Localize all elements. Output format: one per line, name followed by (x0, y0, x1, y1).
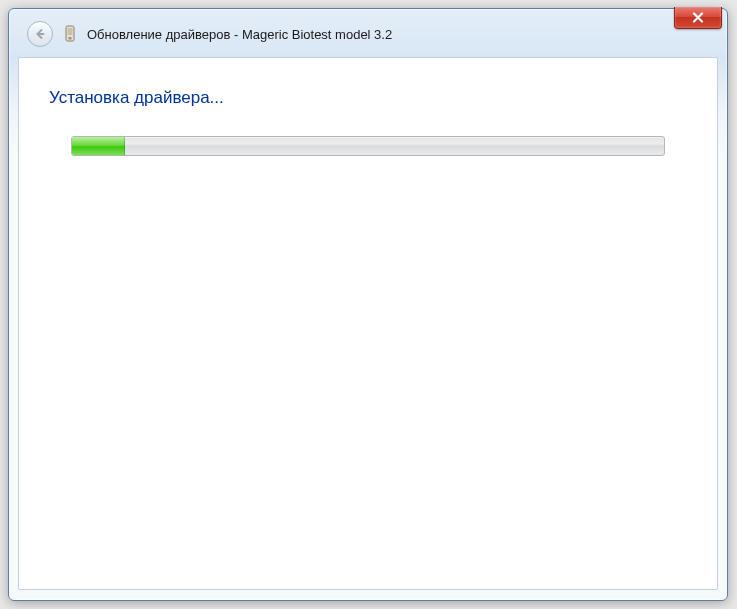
dialog-window: Обновление драйверов - Mageric Biotest m… (8, 8, 728, 601)
device-icon (63, 25, 77, 43)
window-shadow-frame: Обновление драйверов - Mageric Biotest m… (0, 0, 737, 609)
progress-bar (71, 136, 665, 156)
svg-rect-2 (68, 28, 73, 35)
content-panel: Установка драйвера... (18, 57, 718, 590)
window-title: Обновление драйверов - Mageric Biotest m… (87, 27, 392, 42)
back-arrow-icon (33, 27, 47, 41)
progress-fill (72, 137, 125, 155)
svg-rect-3 (69, 37, 72, 40)
main-heading: Установка драйвера... (49, 88, 687, 108)
titlebar: Обновление драйверов - Mageric Biotest m… (9, 9, 727, 49)
progress-container (71, 136, 665, 156)
back-button[interactable] (27, 21, 53, 47)
